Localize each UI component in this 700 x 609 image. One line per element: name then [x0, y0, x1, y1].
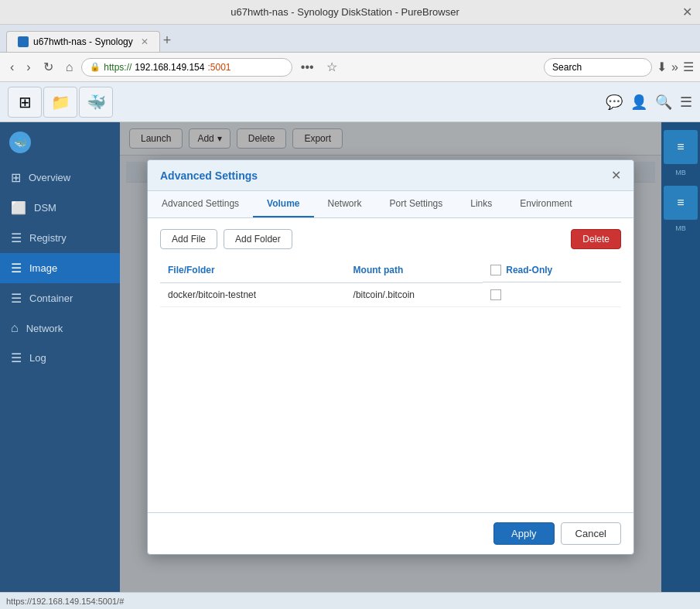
tab-close-button[interactable]: ✕ — [141, 36, 149, 47]
sidebar-item-dsm[interactable]: ⬜ DSM — [0, 193, 120, 223]
home-button[interactable]: ⌂ — [62, 59, 77, 76]
grid-icon-button[interactable]: ⊞ — [8, 87, 42, 118]
lock-icon: 🔒 — [90, 62, 101, 72]
new-tab-button[interactable]: + — [163, 33, 172, 49]
modal-overlay: Advanced Settings ✕ Advanced Settings Vo… — [120, 122, 661, 592]
modal-close-button[interactable]: ✕ — [611, 168, 621, 183]
volume-action-buttons: Add File Add Folder Delete — [160, 229, 621, 249]
window-close-button[interactable]: ✕ — [682, 5, 692, 19]
container-icon: ☰ — [11, 291, 22, 306]
tab-label: u67hwth-nas - Synology — [33, 36, 133, 47]
search-placeholder: Search — [552, 62, 582, 73]
modal-tabs: Advanced Settings Volume Network Port Se… — [148, 191, 633, 218]
sidebar-item-container[interactable]: ☰ Container — [0, 283, 120, 313]
right-panel-item-2[interactable]: ≡ — [664, 186, 698, 220]
file-folder-cell: docker/bitcoin-testnet — [160, 282, 346, 306]
sidebar-item-image[interactable]: ☰ Image — [0, 253, 120, 283]
browser-toolbar-icons: ⬇ » ☰ — [657, 60, 694, 74]
right-panel-label-2: MB — [675, 224, 686, 232]
tab-environment[interactable]: Environment — [506, 191, 586, 217]
reload-button[interactable]: ↻ — [39, 58, 57, 76]
address-bar: ‹ › ↻ ⌂ 🔒 https:// 192.168.149.154 :5001… — [0, 53, 700, 82]
folder-icon: 📁 — [51, 93, 70, 111]
logo-icon: 🐳 — [9, 132, 31, 153]
sidebar-item-network[interactable]: ⌂ Network — [0, 313, 120, 343]
search-icon[interactable]: 🔍 — [655, 94, 672, 111]
forward-button[interactable]: › — [22, 59, 34, 76]
read-only-header-checkbox[interactable] — [490, 265, 501, 275]
sidebar-item-label: Container — [29, 293, 73, 304]
network-icon: ⌂ — [11, 321, 19, 335]
volume-table-row: docker/bitcoin-testnet /bitcoin/.bitcoin — [160, 282, 621, 306]
log-icon: ☰ — [11, 351, 22, 365]
browser-tab[interactable]: u67hwth-nas - Synology ✕ — [6, 31, 160, 52]
grid-icon: ⊞ — [19, 93, 32, 111]
sidebar-logo: 🐳 — [0, 122, 120, 163]
mount-path-cell: /bitcoin/.bitcoin — [346, 282, 483, 306]
search-input[interactable]: Search — [544, 58, 652, 77]
docker-icon: 🐳 — [87, 93, 106, 111]
sidebar-item-label: Log — [29, 352, 46, 364]
sidebar-item-log[interactable]: ☰ Log — [0, 343, 120, 373]
title-bar: u67hwth-nas - Synology DiskStation - Pur… — [0, 0, 700, 25]
status-bar: https://192.168.149.154:5001/# — [0, 592, 700, 609]
dsm-icon: ⬜ — [11, 200, 26, 215]
right-panel-icon-1: ≡ — [677, 140, 684, 154]
right-panel-label-1: MB — [675, 169, 686, 176]
url-host: 192.168.149.154 — [135, 62, 204, 73]
list-icon[interactable]: ☰ — [680, 94, 692, 111]
volume-table: File/Folder Mount path Read-Only — [160, 258, 621, 307]
add-file-button[interactable]: Add File — [160, 229, 217, 249]
sidebar-item-label: DSM — [34, 202, 56, 214]
extensions-icon[interactable]: » — [671, 60, 678, 74]
url-protocol: https:// — [104, 62, 131, 73]
window-title: u67hwth-nas - Synology DiskStation - Pur… — [8, 6, 682, 18]
docker-icon-button[interactable]: 🐳 — [79, 87, 113, 118]
user-icon[interactable]: 👤 — [630, 94, 647, 111]
folder-icon-button[interactable]: 📁 — [43, 87, 77, 118]
image-icon: ☰ — [11, 261, 22, 275]
apply-button[interactable]: Apply — [493, 522, 555, 545]
modal-footer: Apply Cancel — [148, 512, 633, 554]
content-area: Launch Add ▾ Delete Export RepositoryTag… — [120, 122, 661, 592]
menu-icon[interactable]: ☰ — [683, 60, 694, 74]
tab-favicon — [18, 36, 29, 47]
mount-path-header: Mount path — [346, 258, 483, 282]
modal-title: Advanced Settings — [160, 169, 258, 182]
right-panel-item-1[interactable]: ≡ — [664, 130, 698, 164]
cancel-button[interactable]: Cancel — [561, 522, 621, 545]
tab-links[interactable]: Links — [456, 191, 506, 217]
read-only-cell — [483, 282, 621, 306]
tab-volume[interactable]: Volume — [253, 191, 313, 217]
row-readonly-checkbox[interactable] — [490, 289, 501, 300]
modal-body: Add File Add Folder Delete File/Folder — [148, 218, 633, 512]
sidebar-item-registry[interactable]: ☰ Registry — [0, 223, 120, 253]
download-icon[interactable]: ⬇ — [657, 60, 667, 74]
sidebar-item-label: Image — [29, 262, 57, 274]
sidebar-item-label: Network — [26, 323, 63, 334]
tab-network[interactable]: Network — [314, 191, 376, 217]
sidebar-item-label: Registry — [29, 232, 67, 244]
sidebar-item-overview[interactable]: ⊞ Overview — [0, 163, 120, 193]
read-only-header: Read-Only — [483, 258, 621, 282]
more-button[interactable]: ••• — [297, 59, 318, 76]
app-header-icons: 💬 👤 🔍 ☰ — [606, 94, 692, 111]
tab-advanced-settings[interactable]: Advanced Settings — [148, 191, 253, 217]
main-content: 🐳 ⊞ Overview ⬜ DSM ☰ Registry ☰ Image ☰ … — [0, 122, 700, 592]
overview-icon: ⊞ — [11, 170, 21, 185]
app-toolbar: ⊞ 📁 🐳 💬 👤 🔍 ☰ — [0, 82, 700, 122]
registry-icon: ☰ — [11, 231, 22, 245]
status-url: https://192.168.149.154:5001/# — [6, 597, 124, 606]
sidebar-item-label: Overview — [29, 172, 70, 183]
back-button[interactable]: ‹ — [6, 59, 18, 76]
chat-icon[interactable]: 💬 — [606, 94, 623, 111]
right-panel-icon-2: ≡ — [677, 196, 684, 210]
tab-port-settings[interactable]: Port Settings — [376, 191, 457, 217]
add-folder-button[interactable]: Add Folder — [224, 229, 292, 249]
modal-header: Advanced Settings ✕ — [148, 160, 633, 191]
sidebar: 🐳 ⊞ Overview ⬜ DSM ☰ Registry ☰ Image ☰ … — [0, 122, 120, 592]
volume-delete-button[interactable]: Delete — [571, 229, 621, 249]
bookmark-button[interactable]: ☆ — [323, 58, 341, 76]
url-box[interactable]: 🔒 https:// 192.168.149.154 :5001 — [81, 58, 292, 77]
file-folder-header: File/Folder — [160, 258, 346, 282]
